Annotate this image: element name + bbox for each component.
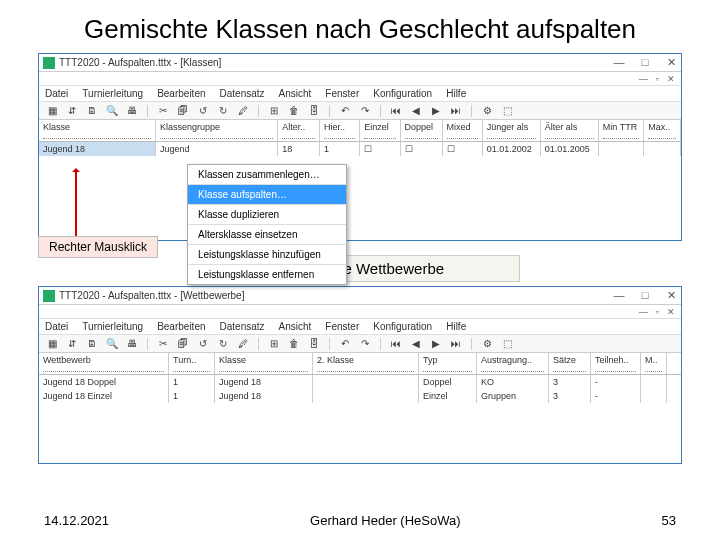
menu-fenster[interactable]: Fenster <box>325 88 359 99</box>
tool-icon[interactable]: ⬚ <box>500 337 514 351</box>
menu-datei[interactable]: Datei <box>45 321 68 332</box>
tool-icon[interactable]: ▦ <box>45 104 59 118</box>
tool-icon[interactable]: ⚙ <box>480 337 494 351</box>
nav-prev-icon[interactable]: ◀ <box>409 337 423 351</box>
tool-icon[interactable]: ⇵ <box>65 337 79 351</box>
menu-ansicht[interactable]: Ansicht <box>279 321 312 332</box>
menu-konfiguration[interactable]: Konfiguration <box>373 88 432 99</box>
tool-icon[interactable]: ↷ <box>358 337 372 351</box>
menu-datensatz[interactable]: Datensatz <box>220 321 265 332</box>
tool-icon[interactable]: 🗄 <box>307 337 321 351</box>
nav-first-icon[interactable]: ⏮ <box>389 104 403 118</box>
col-einzel[interactable]: Einzel <box>364 122 395 132</box>
minimize-button[interactable]: — <box>613 56 625 69</box>
tool-icon[interactable]: 🗎 <box>85 337 99 351</box>
nav-next-icon[interactable]: ▶ <box>429 337 443 351</box>
tool-icon[interactable]: 🗑 <box>287 337 301 351</box>
menu-konfiguration[interactable]: Konfiguration <box>373 321 432 332</box>
close-button[interactable]: ✕ <box>665 289 677 302</box>
menu-turnierleitung[interactable]: Turnierleitung <box>82 88 143 99</box>
tool-icon[interactable]: ↶ <box>338 337 352 351</box>
tool-icon[interactable]: ⊞ <box>267 337 281 351</box>
col-mixed[interactable]: Mixed <box>447 122 478 132</box>
menu-datei[interactable]: Datei <box>45 88 68 99</box>
tool-icon[interactable]: ⚙ <box>480 104 494 118</box>
table-row[interactable]: Jugend 18 Jugend 18 1 ☐ ☐ ☐ 01.01.2002 0… <box>39 142 681 156</box>
col-turn[interactable]: Turn.. <box>173 355 210 365</box>
mdi-minimize[interactable]: — <box>639 74 648 84</box>
col-klasse[interactable]: Klasse <box>43 122 151 132</box>
menu-ansicht[interactable]: Ansicht <box>279 88 312 99</box>
cm-leistung-add[interactable]: Leistungsklasse hinzufügen <box>188 245 346 265</box>
col-klasse[interactable]: Klasse <box>219 355 308 365</box>
maximize-button[interactable]: □ <box>639 56 651 69</box>
col-alter[interactable]: Alter.. <box>282 122 315 132</box>
menubar[interactable]: Datei Turnierleitung Bearbeiten Datensat… <box>39 319 681 335</box>
tool-icon[interactable]: ▦ <box>45 337 59 351</box>
col-2klasse[interactable]: 2. Klasse <box>317 355 414 365</box>
col-klassengruppe[interactable]: Klassengruppe <box>160 122 273 132</box>
col-saetze[interactable]: Sätze <box>553 355 586 365</box>
menu-hilfe[interactable]: Hilfe <box>446 88 466 99</box>
col-max[interactable]: Max.. <box>648 122 676 132</box>
table-row[interactable]: Jugend 18 Einzel 1 Jugend 18 Einzel Grup… <box>39 389 681 403</box>
col-wettbewerb[interactable]: Wettbewerb <box>43 355 164 365</box>
menu-fenster[interactable]: Fenster <box>325 321 359 332</box>
mdi-close[interactable]: ✕ <box>667 74 675 84</box>
tool-icon[interactable]: ↷ <box>358 104 372 118</box>
tool-icon[interactable]: 🗑 <box>287 104 301 118</box>
menu-bearbeiten[interactable]: Bearbeiten <box>157 321 205 332</box>
col-minttr[interactable]: Min TTR <box>603 122 640 132</box>
tool-icon[interactable]: 🔍 <box>105 337 119 351</box>
table-row[interactable]: Jugend 18 Doppel 1 Jugend 18 Doppel KO 3… <box>39 375 681 389</box>
mdi-close[interactable]: ✕ <box>667 307 675 317</box>
menu-turnierleitung[interactable]: Turnierleitung <box>82 321 143 332</box>
tool-icon[interactable]: ↻ <box>216 337 230 351</box>
close-button[interactable]: ✕ <box>665 56 677 69</box>
maximize-button[interactable]: □ <box>639 289 651 302</box>
tool-icon[interactable]: ✂ <box>156 104 170 118</box>
tool-icon[interactable]: 🗎 <box>85 104 99 118</box>
mdi-restore[interactable]: ▫ <box>656 307 659 317</box>
menu-datensatz[interactable]: Datensatz <box>220 88 265 99</box>
tool-icon[interactable]: 🔍 <box>105 104 119 118</box>
tool-icon[interactable]: 🖶 <box>125 104 139 118</box>
nav-last-icon[interactable]: ⏭ <box>449 337 463 351</box>
tool-icon[interactable]: ↻ <box>216 104 230 118</box>
cm-zusammenlegen[interactable]: Klassen zusammenlegen… <box>188 165 346 185</box>
tool-icon[interactable]: ↶ <box>338 104 352 118</box>
nav-next-icon[interactable]: ▶ <box>429 104 443 118</box>
col-m[interactable]: M.. <box>645 355 662 365</box>
cell-klasse[interactable]: Jugend 18 <box>39 142 156 156</box>
col-austragung[interactable]: Austragung.. <box>481 355 544 365</box>
nav-prev-icon[interactable]: ◀ <box>409 104 423 118</box>
tool-icon[interactable]: ⊞ <box>267 104 281 118</box>
tool-icon[interactable]: ↺ <box>196 104 210 118</box>
nav-first-icon[interactable]: ⏮ <box>389 337 403 351</box>
tool-icon[interactable]: 🗐 <box>176 104 190 118</box>
col-hier[interactable]: Hier.. <box>324 122 355 132</box>
cm-altersklasse[interactable]: Altersklasse einsetzen <box>188 225 346 245</box>
tool-icon[interactable]: 🖶 <box>125 337 139 351</box>
menu-bearbeiten[interactable]: Bearbeiten <box>157 88 205 99</box>
tool-icon[interactable]: 🗐 <box>176 337 190 351</box>
tool-icon[interactable]: ✂ <box>156 337 170 351</box>
tool-icon[interactable]: ⇵ <box>65 104 79 118</box>
col-juenger[interactable]: Jünger als <box>487 122 536 132</box>
tool-icon[interactable]: 🖉 <box>236 104 250 118</box>
minimize-button[interactable]: — <box>613 289 625 302</box>
col-typ[interactable]: Typ <box>423 355 472 365</box>
menu-hilfe[interactable]: Hilfe <box>446 321 466 332</box>
tool-icon[interactable]: 🗄 <box>307 104 321 118</box>
context-menu[interactable]: Klassen zusammenlegen… Klasse aufspalten… <box>187 164 347 285</box>
cm-duplizieren[interactable]: Klasse duplizieren <box>188 205 346 225</box>
cm-leistung-del[interactable]: Leistungsklasse entfernen <box>188 265 346 284</box>
col-aelter[interactable]: Älter als <box>545 122 594 132</box>
tool-icon[interactable]: ⬚ <box>500 104 514 118</box>
col-doppel[interactable]: Doppel <box>405 122 438 132</box>
cm-aufspalten[interactable]: Klasse aufspalten… <box>188 185 346 205</box>
menubar[interactable]: Datei Turnierleitung Bearbeiten Datensat… <box>39 86 681 102</box>
tool-icon[interactable]: ↺ <box>196 337 210 351</box>
tool-icon[interactable]: 🖉 <box>236 337 250 351</box>
mdi-minimize[interactable]: — <box>639 307 648 317</box>
